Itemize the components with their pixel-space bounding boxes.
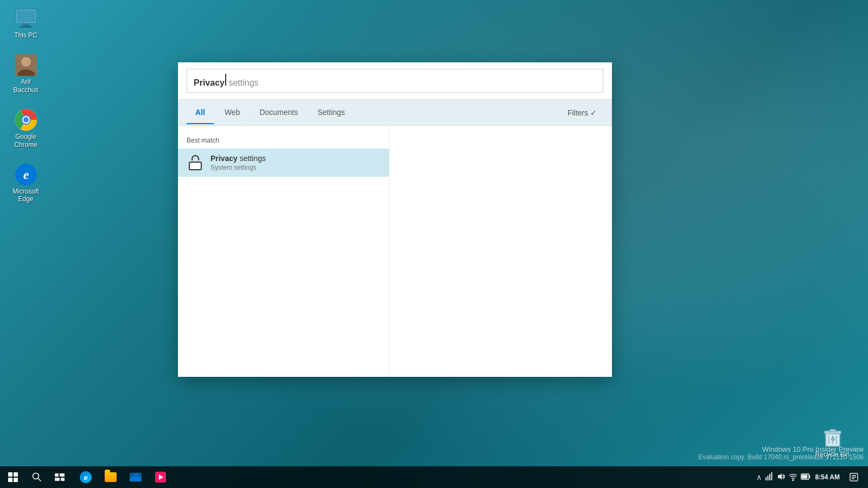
svg-rect-30	[769, 474, 770, 480]
svg-rect-24	[55, 478, 60, 481]
svg-rect-29	[768, 476, 769, 480]
desktop: This PC Arif Bacchus	[0, 0, 868, 488]
tab-documents[interactable]: Documents	[251, 101, 307, 124]
chevron-down-icon: ✓	[590, 108, 597, 117]
media-player-icon	[155, 472, 166, 483]
tray-chevron-icon[interactable]: ∧	[756, 473, 762, 481]
tray-wifi-icon[interactable]	[789, 472, 797, 483]
windows-watermark: Windows 10 Pro Insider Preview Evaluatio…	[698, 445, 864, 461]
search-overlay: Privacy settings All Web Documents Setti…	[178, 62, 612, 377]
search-results: Best match Privacy settings System setti…	[178, 126, 612, 377]
taskbar-search-button[interactable]	[26, 466, 48, 488]
user-avatar-icon	[15, 54, 37, 76]
mail-icon	[130, 473, 142, 481]
microsoft-edge-icon: e	[15, 164, 37, 185]
svg-text:e: e	[23, 168, 29, 182]
privacy-lock-icon	[187, 154, 204, 171]
results-right-panel	[390, 126, 612, 377]
taskbar-app-mail[interactable]	[124, 466, 148, 488]
svg-text:♻: ♻	[830, 436, 835, 442]
svg-line-21	[38, 478, 41, 481]
tray-network-icon[interactable]	[765, 472, 774, 483]
svg-rect-28	[765, 477, 767, 480]
edge-taskbar-icon: e	[80, 471, 92, 483]
svg-rect-3	[20, 26, 33, 28]
taskbar-app-file-explorer[interactable]	[99, 466, 123, 488]
start-button[interactable]	[0, 466, 26, 488]
tab-web[interactable]: Web	[216, 101, 249, 124]
taskbar-tray: ∧	[752, 466, 868, 488]
desktop-icons-container: This PC Arif Bacchus	[5, 5, 46, 206]
svg-rect-22	[55, 473, 59, 477]
tab-settings[interactable]: Settings	[309, 101, 354, 124]
svg-rect-36	[809, 475, 810, 478]
search-input-wrapper: Privacy settings	[187, 69, 603, 93]
arif-bacchus-label: Arif Bacchus	[8, 78, 44, 94]
file-explorer-icon	[105, 472, 117, 482]
taskbar: e ∧	[0, 466, 868, 488]
svg-point-5	[21, 57, 31, 67]
this-pc-label: This PC	[14, 31, 37, 39]
desktop-icon-this-pc[interactable]: This PC	[5, 5, 46, 41]
taskbar-clock[interactable]: 8:54 AM	[815, 473, 840, 481]
svg-rect-18	[830, 429, 835, 432]
result-title-bold: Privacy	[210, 154, 238, 163]
task-view-button[interactable]	[48, 466, 72, 488]
watermark-line2: Evaluation copy. Build 17040.rs_prerelea…	[698, 453, 864, 461]
svg-marker-32	[778, 473, 782, 480]
svg-rect-35	[802, 474, 807, 478]
svg-point-33	[793, 479, 794, 480]
svg-rect-23	[60, 473, 65, 477]
filter-tabs: All Web Documents Settings Filters ✓	[178, 100, 612, 126]
result-title-rest: settings	[238, 154, 266, 163]
tray-volume-icon[interactable]	[777, 472, 786, 483]
result-title: Privacy settings	[210, 154, 380, 163]
svg-rect-2	[23, 23, 29, 26]
desktop-icon-google-chrome[interactable]: Google Chrome	[5, 107, 46, 151]
google-chrome-label: Google Chrome	[8, 133, 44, 149]
svg-point-10	[23, 117, 29, 123]
svg-rect-1	[17, 10, 35, 22]
tab-all[interactable]: All	[187, 101, 214, 124]
watermark-line1: Windows 10 Pro Insider Preview	[698, 445, 864, 453]
filters-button[interactable]: Filters ✓	[561, 104, 603, 121]
desktop-icon-microsoft-edge[interactable]: e Microsoft Edge	[5, 162, 46, 206]
search-box-container: Privacy settings	[178, 62, 612, 100]
result-text: Privacy settings System settings	[210, 154, 380, 171]
taskbar-apps: e	[72, 466, 752, 488]
result-item-privacy-settings[interactable]: Privacy settings System settings	[178, 149, 389, 177]
notification-center-button[interactable]	[844, 466, 864, 488]
tray-battery-icon[interactable]	[801, 473, 810, 482]
this-pc-icon	[15, 8, 37, 29]
google-chrome-icon	[15, 109, 37, 131]
svg-rect-31	[771, 472, 773, 480]
result-subtitle: System settings	[210, 164, 380, 171]
tray-icons: ∧	[756, 472, 810, 483]
best-match-label: Best match	[178, 134, 389, 149]
clock-time: 8:54 AM	[815, 473, 840, 481]
taskbar-app-edge[interactable]: e	[74, 466, 98, 488]
taskbar-app-media-player[interactable]	[149, 466, 173, 488]
results-left-panel: Best match Privacy settings System setti…	[178, 126, 390, 377]
microsoft-edge-label: Microsoft Edge	[8, 188, 44, 203]
desktop-icon-arif-bacchus[interactable]: Arif Bacchus	[5, 52, 46, 96]
search-typed-text: Privacy settings	[194, 74, 259, 88]
svg-rect-25	[61, 478, 65, 481]
windows-logo-icon	[8, 472, 18, 482]
